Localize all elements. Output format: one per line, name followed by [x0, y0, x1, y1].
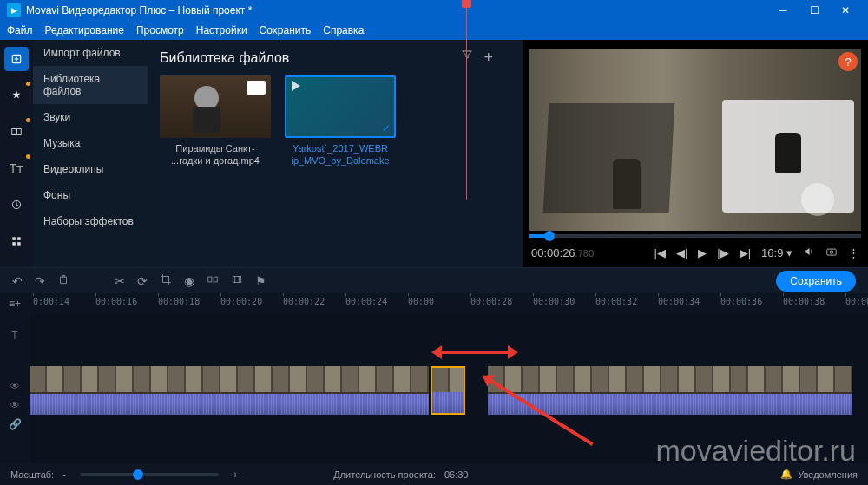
thumb-image — [285, 75, 396, 138]
rotate-icon[interactable]: ⟳ — [137, 274, 148, 288]
sidebar-item-music[interactable]: Музыка — [33, 130, 148, 156]
video-clip[interactable] — [488, 366, 852, 415]
duration-value: 06:30 — [444, 469, 469, 480]
save-button[interactable]: Сохранить — [776, 271, 856, 292]
ruler-tick: 00:00:32 — [595, 297, 637, 306]
media-thumb[interactable]: Пирамиды Санкт-...гадки и догад.mp4 — [160, 75, 271, 167]
zoom-in-button[interactable]: + — [233, 469, 238, 480]
close-button[interactable]: ✕ — [830, 0, 861, 21]
left-icon-rail: Tᴛ — [0, 40, 33, 267]
sidebar: Импорт файлов Библиотека файлов Звуки Му… — [33, 40, 148, 267]
status-bar: Масштаб: - + Длительность проекта: 06:30… — [0, 463, 868, 485]
preview-more-icon[interactable]: ⋮ — [848, 246, 859, 259]
ruler-ticks[interactable]: 0:00:1400:00:1600:00:1800:00:2000:00:220… — [30, 293, 868, 314]
step-fwd-icon[interactable]: |▶ — [717, 246, 728, 259]
ruler-tick: 00:00:20 — [220, 297, 262, 306]
titlebar: ▶ Movavi Видеоредактор Плюс – Новый прое… — [0, 0, 868, 21]
snapshot-icon[interactable] — [825, 246, 838, 260]
menu-help[interactable]: Справка — [323, 24, 364, 36]
undo-icon[interactable]: ↶ — [12, 274, 23, 288]
more-tab-icon[interactable] — [4, 229, 29, 253]
timeline: T 👁 👁 🔗 ♪ — [0, 314, 868, 481]
video-track-icon[interactable]: 👁 — [10, 380, 20, 392]
zoom-out-button[interactable]: - — [62, 469, 66, 480]
color-adjust-icon[interactable]: ◉ — [184, 274, 194, 288]
sidebar-item-videoclips[interactable]: Видеоклипы — [33, 156, 148, 182]
zoom-slider[interactable] — [80, 473, 219, 476]
transition-wizard-icon[interactable] — [207, 273, 219, 288]
marker-icon[interactable]: ⚑ — [255, 274, 266, 288]
add-track-button[interactable]: ≡+ — [0, 293, 30, 314]
ruler-tick: 00:00:36 — [720, 297, 762, 306]
skip-prev-icon[interactable]: |◀ — [654, 246, 666, 259]
skip-next-icon[interactable]: ▶| — [740, 246, 751, 259]
redo-icon[interactable]: ↷ — [35, 274, 45, 288]
notifications-button[interactable]: 🔔 Уведомления — [780, 469, 858, 480]
play-icon[interactable]: ▶ — [698, 246, 707, 259]
svg-rect-10 — [208, 277, 212, 282]
svg-rect-6 — [12, 242, 16, 246]
ruler-tick: 00:00:22 — [283, 297, 325, 306]
import-tab-icon[interactable] — [4, 47, 29, 71]
ruler-tick: 00:00:34 — [658, 297, 700, 306]
sidebar-item-import[interactable]: Импорт файлов — [33, 40, 148, 66]
ruler-tick: 00:00:24 — [345, 297, 387, 306]
menu-save[interactable]: Сохранить — [260, 24, 312, 36]
ruler-tick: 00:00 — [408, 297, 434, 306]
preview-progress[interactable] — [529, 234, 861, 238]
preview-panel: ? 00:00:26.780 |◀ ◀| ▶ |▶ ▶| 16:9 ▾ ⋮ — [523, 40, 868, 267]
sidebar-item-library[interactable]: Библиотека файлов — [33, 66, 148, 104]
svg-rect-1 — [12, 129, 16, 135]
cut-icon[interactable]: ✂ — [115, 274, 125, 288]
media-thumb[interactable]: Yarkost`_2017_WEBRip_MVO_by_Dalemake — [285, 75, 396, 167]
maximize-button[interactable]: ☐ — [799, 0, 830, 21]
svg-point-9 — [830, 250, 833, 253]
volume-icon[interactable] — [803, 246, 815, 260]
menu-file[interactable]: Файл — [7, 24, 33, 36]
svg-rect-7 — [17, 242, 21, 246]
svg-rect-8 — [827, 249, 837, 255]
add-file-icon[interactable]: + — [483, 49, 493, 67]
transitions-tab-icon[interactable] — [4, 120, 29, 144]
clip-props-icon[interactable] — [231, 273, 243, 288]
ruler-tick: 00:00:30 — [533, 297, 575, 306]
svg-rect-4 — [12, 237, 16, 240]
video-clip[interactable] — [30, 366, 429, 415]
ruler-tick: 00:00:38 — [783, 297, 825, 306]
sidebar-item-sounds[interactable]: Звуки — [33, 104, 148, 130]
tracks-area[interactable] — [30, 314, 868, 481]
window-title: Movavi Видеоредактор Плюс – Новый проект… — [26, 4, 767, 16]
svg-rect-11 — [214, 277, 217, 282]
filter-icon[interactable] — [461, 49, 473, 67]
video-clip-selected[interactable] — [431, 366, 465, 415]
visibility-icon[interactable]: 👁 — [10, 399, 20, 411]
preview-video[interactable] — [529, 49, 861, 231]
ruler-tick: 00:00:16 — [95, 297, 137, 306]
thumb-image — [160, 75, 271, 138]
menu-view[interactable]: Просмотр — [136, 24, 184, 36]
zoom-label: Масштаб: — [10, 469, 54, 480]
delete-icon[interactable] — [57, 273, 69, 288]
playhead[interactable] — [466, 0, 467, 200]
sidebar-item-backgrounds[interactable]: Фоны — [33, 182, 148, 208]
menu-edit[interactable]: Редактирование — [45, 24, 124, 36]
aspect-ratio[interactable]: 16:9 ▾ — [761, 246, 792, 259]
titles-tab-icon[interactable]: Tᴛ — [4, 156, 29, 180]
svg-rect-5 — [17, 237, 21, 240]
filters-tab-icon[interactable] — [4, 83, 29, 108]
sidebar-item-effects[interactable]: Наборы эффектов — [33, 208, 148, 234]
help-button[interactable]: ? — [838, 52, 858, 71]
stickers-tab-icon[interactable] — [4, 193, 29, 217]
track-icons: T 👁 👁 🔗 ♪ — [0, 314, 30, 481]
step-back-icon[interactable]: ◀| — [676, 246, 687, 259]
thumb-label: Yarkost`_2017_WEBRip_MVO_by_Dalemake — [285, 143, 396, 167]
text-track-icon[interactable]: T — [11, 330, 17, 342]
minimize-button[interactable]: ─ — [767, 0, 799, 21]
svg-rect-12 — [233, 277, 240, 283]
bell-icon: 🔔 — [780, 469, 792, 480]
menubar: Файл Редактирование Просмотр Настройки С… — [0, 21, 868, 40]
link-track-icon[interactable]: 🔗 — [9, 418, 22, 430]
crop-icon[interactable] — [160, 273, 172, 288]
app-logo: ▶ — [7, 3, 21, 17]
menu-settings[interactable]: Настройки — [196, 24, 247, 36]
